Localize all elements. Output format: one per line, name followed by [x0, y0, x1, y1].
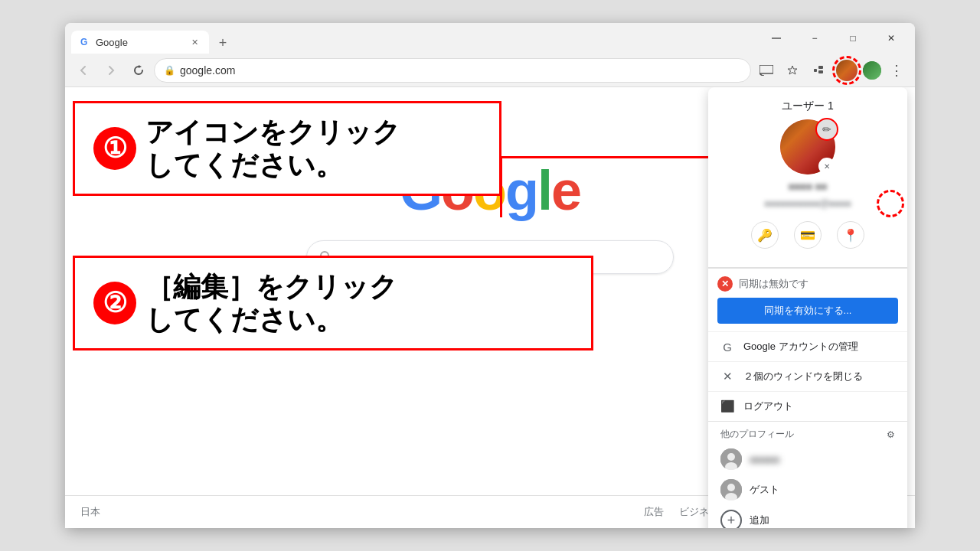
maximize-window-button[interactable]: □: [835, 26, 871, 51]
extensions-button[interactable]: [806, 58, 831, 83]
sync-section: ✕ 同期は無効です 同期を有効にする...: [708, 268, 907, 331]
tab-label: Google: [96, 37, 128, 48]
window-controls: − □ ✕: [759, 26, 909, 51]
sync-x-icon: ✕: [717, 276, 733, 292]
refresh-button[interactable]: [126, 58, 151, 83]
minimize-button[interactable]: [759, 26, 794, 51]
close-windows-item[interactable]: ✕ ２個のウィンドウを閉じる: [708, 361, 907, 391]
key-icon: 🔑: [757, 228, 773, 243]
avatar-wrapper: ✕ ✏: [780, 119, 835, 174]
other-profiles-header: 他のプロフィール ⚙: [708, 421, 907, 444]
instruction-box-2: ② ［編集］をクリック してください。: [73, 256, 593, 350]
profile-icons-row: 🔑 💳 📍: [751, 215, 864, 255]
svg-rect-3: [760, 65, 773, 73]
guest-label: ゲスト: [750, 483, 779, 497]
pencil-icon: ✏: [822, 123, 831, 135]
sync-disabled-row: ✕ 同期は無効です: [717, 276, 898, 292]
active-tab[interactable]: G Google ✕: [71, 31, 209, 54]
close-window-button[interactable]: ✕: [874, 26, 909, 51]
location-icon-button[interactable]: 📍: [837, 221, 864, 249]
lock-icon: 🔒: [164, 65, 175, 76]
svg-text:G: G: [80, 37, 87, 47]
svg-point-10: [727, 453, 735, 461]
title-bar: G Google ✕ + − □ ✕: [65, 23, 915, 54]
profile-panel-title: ユーザー 1: [720, 99, 895, 113]
location-icon: 📍: [843, 228, 858, 243]
edit-avatar-button[interactable]: ✏: [815, 118, 838, 141]
profile-panel: ユーザー 1 ✕ ✏ ●●●● ●● ●●●●●●●●●●@●●●●: [708, 87, 907, 528]
footer-country: 日本: [80, 505, 100, 519]
guest-avatar: [720, 479, 742, 500]
minimize-window-button[interactable]: −: [797, 26, 832, 51]
manage-account-icon: G: [720, 340, 734, 354]
other-profile-item-1[interactable]: ●●●●●: [708, 444, 907, 474]
manage-account-item[interactable]: G Google アカウントの管理: [708, 331, 907, 361]
avatar-badge: ✕: [818, 158, 835, 174]
back-button[interactable]: [71, 58, 96, 83]
logo-l: l: [537, 160, 551, 221]
step1-text: アイコンをクリック してください。: [145, 116, 400, 181]
key-icon-button[interactable]: 🔑: [751, 221, 779, 249]
profile-panel-header: ユーザー 1 ✕ ✏ ●●●● ●● ●●●●●●●●●●@●●●●: [708, 87, 907, 268]
browser-window: G Google ✕ + − □ ✕: [65, 23, 915, 528]
logo-g2: g: [505, 160, 537, 221]
forward-button[interactable]: [99, 58, 123, 83]
svg-rect-5: [818, 66, 823, 69]
svg-point-13: [727, 484, 735, 491]
svg-rect-6: [818, 70, 823, 73]
card-icon-button[interactable]: 💳: [794, 221, 822, 249]
add-profile-item[interactable]: + 追加: [708, 505, 907, 528]
profile-avatar-nav2[interactable]: [863, 61, 881, 80]
gear-icon[interactable]: ⚙: [887, 429, 895, 440]
guest-profile-item[interactable]: ゲスト: [708, 474, 907, 505]
tab-strip: G Google ✕ +: [71, 23, 759, 54]
profile-email: ●●●●●●●●●●@●●●●: [764, 198, 851, 209]
other-profile-avatar-1: [720, 448, 742, 470]
logo-e: e: [551, 160, 580, 221]
tab-close-button[interactable]: ✕: [188, 35, 201, 49]
url-text: google.com: [180, 64, 235, 77]
nav-bar: 🔒 google.com: [65, 54, 915, 87]
cast-button[interactable]: [754, 58, 779, 83]
address-bar[interactable]: 🔒 google.com: [154, 58, 751, 83]
add-label: 追加: [750, 514, 769, 527]
add-profile-icon: +: [720, 510, 742, 528]
close-windows-icon: ✕: [720, 370, 734, 383]
step1-circle: ①: [93, 127, 136, 170]
bookmark-star-button[interactable]: [780, 58, 805, 83]
logout-item[interactable]: ⬛ ログアウト: [708, 391, 907, 421]
other-profile-name-1: ●●●●●: [750, 454, 779, 465]
step2-circle: ②: [93, 282, 136, 324]
browser-content: Googleについて ストア Google 日本 広: [65, 87, 915, 528]
svg-rect-4: [814, 69, 817, 72]
logout-icon: ⬛: [720, 399, 734, 413]
profile-nav-highlight: [832, 56, 861, 85]
step2-text: ［編集］をクリック してください。: [145, 270, 397, 336]
profile-avatar-nav[interactable]: [836, 60, 858, 81]
profile-name: ●●●● ●●: [789, 181, 828, 192]
nav-actions: ⋮: [754, 56, 909, 85]
instruction-box-1: ① アイコンをクリック してください。: [73, 101, 501, 196]
footer-ad-link[interactable]: 広告: [644, 505, 664, 519]
menu-button[interactable]: ⋮: [884, 58, 909, 83]
tab-favicon: G: [79, 36, 91, 48]
sync-disabled-text: 同期は無効です: [739, 277, 808, 291]
card-icon: 💳: [800, 228, 815, 243]
new-tab-button[interactable]: +: [212, 32, 234, 54]
profile-area: [832, 56, 883, 85]
sync-enable-button[interactable]: 同期を有効にする...: [717, 298, 898, 324]
